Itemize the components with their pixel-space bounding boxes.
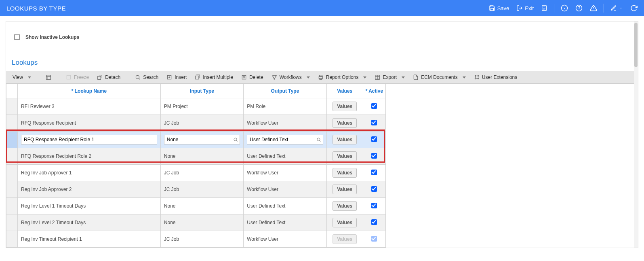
values-button[interactable]: Values: [333, 218, 357, 227]
info-button[interactable]: [559, 3, 570, 13]
col-lookup-name[interactable]: * Lookup Name: [18, 84, 161, 98]
active-checkbox[interactable]: [371, 103, 377, 109]
warning-button[interactable]: [588, 3, 599, 13]
ecm-documents-label: ECM Documents: [421, 74, 458, 80]
section-title: Lookups: [6, 55, 638, 71]
active-checkbox[interactable]: [371, 136, 377, 142]
chevron-down-icon: [619, 6, 623, 10]
detach-button[interactable]: Detach: [94, 73, 124, 82]
input-type-lov[interactable]: [164, 135, 240, 144]
values-button[interactable]: Values: [333, 168, 357, 178]
active-checkbox[interactable]: [371, 236, 377, 242]
active-checkbox[interactable]: [371, 153, 377, 159]
view-menu[interactable]: View: [9, 73, 34, 82]
help-button[interactable]: [574, 3, 584, 13]
table-row[interactable]: RFI Reviewer 3 PM Project PM Role Values: [6, 98, 386, 115]
cell-input[interactable]: None: [160, 148, 243, 165]
report-options-menu[interactable]: Report Options: [315, 73, 370, 82]
values-button[interactable]: Values: [333, 234, 357, 244]
table-row[interactable]: Reg Inv Timeout Recipient 1 JC Job Workf…: [6, 231, 386, 248]
cell-output[interactable]: User Defined Text: [244, 148, 326, 165]
active-checkbox[interactable]: [371, 186, 377, 192]
insert-label: Insert: [175, 74, 187, 80]
cell-output[interactable]: User Defined Text: [244, 198, 326, 214]
col-values[interactable]: Values: [326, 84, 363, 98]
cell-name[interactable]: RFQ Response Recipient Role 2: [18, 148, 161, 165]
ecm-documents-menu[interactable]: ECM Documents: [410, 73, 469, 82]
table-row-selected[interactable]: Values: [6, 132, 386, 148]
cell-output[interactable]: User Defined Text: [244, 214, 326, 231]
col-output-type[interactable]: Output Type: [244, 84, 326, 98]
export-label: Export: [383, 74, 397, 80]
cell-input[interactable]: None: [160, 198, 243, 214]
format-menu[interactable]: [42, 73, 55, 82]
cell-input[interactable]: JC Job: [160, 165, 243, 181]
delete-button[interactable]: Delete: [238, 73, 267, 82]
floppy-icon: [489, 5, 495, 11]
active-checkbox[interactable]: [371, 219, 377, 225]
insert-multiple-button[interactable]: Insert Multiple: [192, 73, 236, 82]
col-select[interactable]: [6, 84, 18, 98]
search-button[interactable]: Search: [132, 73, 162, 82]
values-button[interactable]: Values: [333, 151, 357, 161]
cell-output[interactable]: Workflow User: [244, 231, 326, 248]
svg-point-17: [136, 75, 139, 79]
active-checkbox[interactable]: [371, 203, 377, 208]
values-button[interactable]: Values: [333, 135, 357, 144]
lookup-name-input[interactable]: [21, 135, 157, 144]
cell-input[interactable]: JC Job: [160, 231, 243, 248]
user-extensions-button[interactable]: User Extensions: [471, 73, 520, 82]
workflows-menu[interactable]: Workflows: [268, 73, 313, 82]
refresh-button[interactable]: [629, 3, 639, 13]
notes-button[interactable]: [539, 3, 549, 13]
input-type-field[interactable]: [164, 135, 232, 144]
insert-button[interactable]: Insert: [163, 73, 190, 82]
cell-input[interactable]: JC Job: [160, 115, 243, 132]
insert-multiple-icon: [195, 74, 200, 80]
cell-name[interactable]: Reg Inv Level 2 Timeout Days: [18, 214, 161, 231]
values-button[interactable]: Values: [333, 185, 357, 194]
cell-name[interactable]: Reg Inv Job Approver 1: [18, 165, 161, 181]
save-button[interactable]: Save: [487, 3, 511, 13]
inactive-lookups-checkbox[interactable]: [14, 34, 20, 40]
col-active[interactable]: * Active: [363, 84, 385, 98]
svg-line-18: [139, 79, 140, 80]
svg-line-47: [320, 140, 320, 141]
cell-input[interactable]: JC Job: [160, 181, 243, 198]
cell-name[interactable]: RFQ Response Recipient: [18, 115, 161, 132]
table-row[interactable]: RFQ Response Recipient JC Job Workflow U…: [6, 115, 386, 132]
cell-output[interactable]: Workflow User: [244, 165, 326, 181]
table-row[interactable]: Reg Inv Job Approver 2 JC Job Workflow U…: [6, 181, 386, 198]
cell-input[interactable]: None: [160, 214, 243, 231]
output-type-lov[interactable]: [247, 135, 323, 144]
insert-icon: [166, 74, 172, 80]
active-checkbox[interactable]: [371, 170, 377, 175]
table-row[interactable]: Reg Inv Level 2 Timeout Days None User D…: [6, 214, 386, 231]
svg-line-45: [237, 140, 238, 141]
col-input-type[interactable]: Input Type: [160, 84, 243, 98]
search-icon[interactable]: [232, 137, 240, 142]
output-type-field[interactable]: [247, 135, 314, 144]
cell-name[interactable]: Reg Inv Level 1 Timeout Days: [18, 198, 161, 214]
values-button[interactable]: Values: [333, 102, 357, 111]
table-row[interactable]: Reg Inv Job Approver 1 JC Job Workflow U…: [6, 165, 386, 181]
cell-output[interactable]: Workflow User: [244, 115, 326, 132]
active-checkbox[interactable]: [371, 120, 377, 125]
cell-output[interactable]: PM Role: [244, 98, 326, 115]
cell-output[interactable]: Workflow User: [244, 181, 326, 198]
cell-name[interactable]: RFI Reviewer 3: [18, 98, 161, 115]
table-row[interactable]: RFQ Response Recipient Role 2 None User …: [6, 148, 386, 165]
cell-name[interactable]: Reg Inv Timeout Recipient 1: [18, 231, 161, 248]
freeze-button[interactable]: Freeze: [63, 73, 92, 82]
values-button[interactable]: Values: [333, 201, 357, 211]
exit-button[interactable]: Exit: [515, 3, 535, 13]
notes-icon: [541, 5, 547, 11]
search-icon[interactable]: [315, 137, 323, 142]
values-button[interactable]: Values: [333, 118, 357, 128]
export-menu[interactable]: Export: [371, 73, 408, 82]
cell-name[interactable]: Reg Inv Job Approver 2: [18, 181, 161, 198]
cell-input[interactable]: PM Project: [160, 98, 243, 115]
edit-button[interactable]: [609, 3, 625, 13]
table-row[interactable]: Reg Inv Level 1 Timeout Days None User D…: [6, 198, 386, 214]
divider: [554, 4, 554, 13]
